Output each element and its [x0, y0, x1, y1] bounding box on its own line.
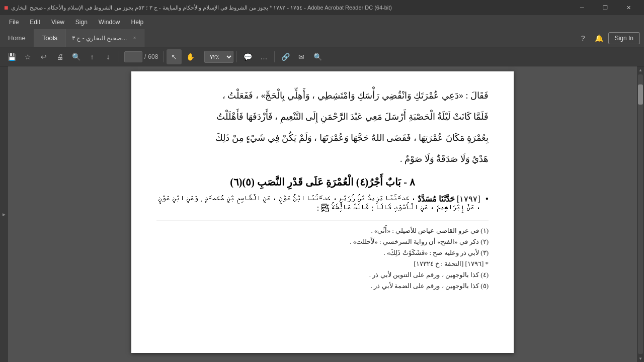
print-button[interactable]: 🖨 [52, 49, 67, 64]
acrobat-icon: ■ [4, 4, 8, 12]
footnote-1: (١) في عزو القاضي عياض للأصيلي : «أَنِّي… [156, 225, 489, 236]
footnote-ref: * [١٧٩٦] [التحفة : خ ١٧٣٢٤] [156, 258, 489, 269]
divider-4 [236, 51, 237, 62]
undo-button[interactable]: ↩ [36, 49, 51, 64]
menu-edit[interactable]: Edit [25, 17, 45, 28]
pdf-line-3: بِعُمْرَةٍ مَكَانَ عُمْرَتِهَا ، فَقَضَى… [156, 129, 489, 147]
main-area: ► فَقَالَ : «دَعِي عُمْرَتَكِ وَانْقُضِي… [0, 66, 644, 362]
hadith-content: [١٧٩٧] حَدَّثَنَا مُسَدَّدٌ ، حَدَّثَنَا… [156, 194, 480, 213]
cursor-tool-button[interactable]: ↖ [167, 49, 182, 64]
footnote-2: (٢) ذكر في «الفتح» أن رواية السرخسي : «ل… [156, 236, 489, 247]
pdf-container[interactable]: فَقَالَ : «دَعِي عُمْرَتَكِ وَانْقُضِي ر… [8, 66, 637, 362]
tab-document[interactable]: صحيح البخاري - ج ٣... × [66, 29, 144, 47]
hand-tool-button[interactable]: ✋ [183, 49, 198, 64]
footnote-3: (٣) لأبي ذر وعليه صح : «فَشَكَوْتُ ذَلِك… [156, 247, 489, 258]
zoom-select[interactable]: ٧٢٪ ٥٠٪ ١٠٠٪ ١٢٥٪ ١٥٠٪ [204, 51, 233, 63]
page-total-label: 608 [148, 53, 158, 60]
titlebar-left: ■ ١٧٥٤ - ١٧٨٢ * يجوز من الشروط في الإسلا… [4, 4, 392, 12]
tab-home[interactable]: Home [0, 29, 34, 47]
menu-file[interactable]: File [4, 17, 24, 28]
share-button[interactable]: 🔗 [278, 49, 293, 64]
scroll-up-button[interactable]: ↑ [85, 49, 100, 64]
help-button[interactable]: ? [576, 31, 590, 45]
notifications-button[interactable]: 🔔 [592, 31, 606, 45]
page-navigation: ١٢ / 608 [124, 51, 158, 62]
left-panel-toggle[interactable]: ► [0, 66, 8, 362]
nav-actions: ? 🔔 Sign In [572, 29, 644, 47]
page-separator: / [144, 53, 146, 60]
divider-2 [163, 51, 164, 62]
divider-3 [201, 51, 201, 62]
hadith-bullet: • [486, 194, 489, 205]
menubar: File Edit View Sign Window Help [0, 15, 644, 29]
footnotes-area: (١) في عزو القاضي عياض للأصيلي : «أَنِّي… [156, 221, 489, 292]
divider-1 [119, 51, 119, 62]
email-button[interactable]: ✉ [294, 49, 309, 64]
scroll-track[interactable] [638, 74, 643, 354]
tab-tools[interactable]: Tools [34, 29, 66, 47]
nav-spacer [144, 29, 572, 47]
menu-sign[interactable]: Sign [70, 17, 93, 28]
navtabs: Home Tools صحيح البخاري - ج ٣... × ? 🔔 S… [0, 29, 644, 47]
footnote-5: (٥) كذا بالوجهين ، ورقم على الضمة لأبي ذ… [156, 281, 489, 292]
scroll-down-button[interactable]: ↓ [101, 49, 116, 64]
tab-close-button[interactable]: × [131, 34, 138, 42]
bookmark-button[interactable]: ☆ [20, 49, 35, 64]
footnote-4: (٤) كذا بالوجهين ، ورقم على التنوين لأبي… [156, 269, 489, 281]
toolbar: 💾 ☆ ↩ 🖨 🔍 ↑ ↓ ١٢ / 608 ↖ ✋ ٧٢٪ ٥٠٪ ١٠٠٪ … [0, 47, 644, 66]
pdf-line-4: هَدْيٌ وَلَا صَدَقَةٌ وَلَا صَوْمٌ . [156, 150, 489, 168]
sign-in-button[interactable]: Sign In [608, 32, 640, 44]
divider-5 [274, 51, 275, 62]
search-button[interactable]: 🔍 [310, 49, 325, 64]
save-button[interactable]: 💾 [4, 49, 19, 64]
section-title: ٨ - بَابٌ أَجْرُ(٤) الْعُمْرَةِ عَلَى قَ… [156, 176, 489, 188]
zoom-out-button[interactable]: 🔍 [68, 49, 84, 64]
pdf-line-1: فَقَالَ : «دَعِي عُمْرَتَكِ وَانْقُضِي ر… [156, 86, 489, 105]
pdf-body-text: فَقَالَ : «دَعِي عُمْرَتَكِ وَانْقُضِي ر… [156, 86, 489, 168]
scroll-thumb[interactable] [638, 84, 643, 105]
menu-help[interactable]: Help [126, 17, 149, 28]
pdf-line-2: فَلَمَّا كَانَتْ لَيْلَةُ الْحَصْبَةِ أَ… [156, 108, 489, 126]
more-button[interactable]: … [256, 49, 271, 64]
restore-button[interactable]: ❐ [594, 0, 617, 15]
minimize-button[interactable]: ─ [571, 0, 594, 15]
tab-doc-title: صحيح البخاري - ج ٣... [72, 35, 127, 42]
scroll-down-arrow[interactable]: ▼ [637, 355, 644, 362]
titlebar-title: ١٧٥٤ - ١٧٨٢ * يجوز من الشروط في الإسلام … [11, 5, 392, 11]
comment-button[interactable]: 💬 [240, 49, 255, 64]
hadith-number: [١٧٩٧] [457, 195, 480, 203]
menu-view[interactable]: View [46, 17, 69, 28]
titlebar-controls[interactable]: ─ ❐ ✕ [571, 0, 640, 15]
scrollbar[interactable]: ▲ ▼ [637, 66, 644, 362]
titlebar: ■ ١٧٥٤ - ١٧٨٢ * يجوز من الشروط في الإسلا… [0, 0, 644, 15]
menu-window[interactable]: Window [94, 17, 125, 28]
scroll-up-arrow[interactable]: ▲ [637, 66, 644, 73]
close-button[interactable]: ✕ [617, 0, 640, 15]
hadith-entry: • [١٧٩٧] حَدَّثَنَا مُسَدَّدٌ ، حَدَّثَن… [156, 194, 489, 213]
hadith-name: حَدَّثَنَا مُسَدَّدٌ [418, 195, 455, 203]
page-number-input[interactable]: ١٢ [124, 51, 142, 62]
pdf-page: فَقَالَ : «دَعِي عُمْرَتَكِ وَانْقُضِي ر… [131, 71, 514, 353]
